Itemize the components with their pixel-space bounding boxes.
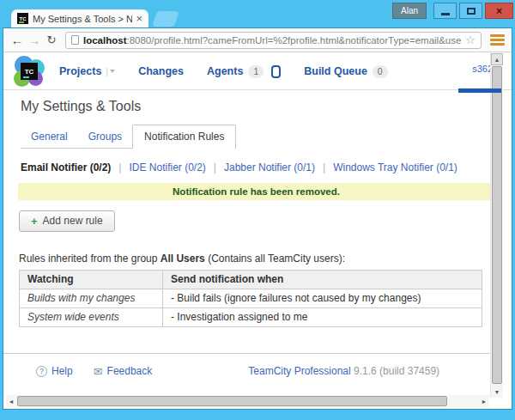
table-row: System wide events - Investigation assig… xyxy=(20,308,482,327)
scroll-left-icon[interactable]: ◄ xyxy=(6,395,16,407)
url-path: :8080/profile.html?cameFromUrl=%2fprofil… xyxy=(126,35,461,46)
teamcity-header: TC Projects | Changes Agents 1 Build Que… xyxy=(3,53,512,90)
back-icon[interactable]: ← xyxy=(9,33,26,46)
horizontal-scrollbar[interactable]: ◄ ► xyxy=(6,395,489,407)
version-text: 9.1.6 (build 37459) xyxy=(354,365,439,377)
url-host: localhost xyxy=(83,35,126,46)
feedback-link[interactable]: ✉ Feedback xyxy=(94,365,153,377)
table-row: Builds with my changes - Build fails (ig… xyxy=(20,289,482,308)
maximize-button[interactable] xyxy=(459,3,482,19)
header-accent-bar xyxy=(458,88,501,93)
page-viewport: TC Projects | Changes Agents 1 Build Que… xyxy=(3,53,512,409)
product-info: TeamCity Professional 9.1.6 (build 37459… xyxy=(248,365,439,377)
teamcity-logo[interactable]: TC xyxy=(14,56,45,87)
inherited-group-name: All Users xyxy=(161,253,205,265)
notifier-jabber[interactable]: Jabber Notifier (0/1) xyxy=(224,161,315,173)
settings-tabs: General Groups Notification Rules xyxy=(21,125,236,149)
user-badge[interactable]: Alan xyxy=(392,3,427,19)
tab-general[interactable]: General xyxy=(21,126,78,148)
product-link[interactable]: TeamCity Professional xyxy=(248,365,350,377)
main-nav: Projects | Changes Agents 1 Build Queue … xyxy=(59,65,411,78)
window: { "titlebar": { "user": "Alan" }, "icons… xyxy=(0,0,515,420)
column-watching: Watching xyxy=(20,271,163,289)
help-link[interactable]: ? Help xyxy=(36,365,73,377)
minimize-icon xyxy=(441,13,450,15)
column-send-when: Send notification when xyxy=(163,271,482,289)
menu-icon[interactable] xyxy=(490,34,505,46)
agent-screen-icon[interactable] xyxy=(271,65,281,78)
page-footer: ? Help ✉ Feedback TeamCity Professional … xyxy=(3,353,491,377)
rules-table: Watching Send notification when Builds w… xyxy=(19,270,482,327)
plus-icon: + xyxy=(31,216,38,227)
horizontal-scrollbar-thumb[interactable] xyxy=(17,396,447,406)
add-new-rule-button[interactable]: + Add new rule xyxy=(19,210,115,232)
close-icon: × xyxy=(496,6,502,16)
vertical-scrollbar-thumb[interactable] xyxy=(492,66,502,384)
scroll-right-icon[interactable]: ► xyxy=(479,395,489,407)
page-title: My Settings & Tools xyxy=(21,99,494,114)
nav-projects[interactable]: Projects xyxy=(59,65,101,77)
tab-notification-rules[interactable]: Notification Rules xyxy=(132,125,236,149)
notifier-tabs: Email Notifier (0/2) | IDE Notifier (0/2… xyxy=(21,161,494,173)
chevron-down-icon[interactable] xyxy=(110,70,115,73)
teamcity-logo-icon: TC xyxy=(21,63,38,80)
envelope-icon: ✉ xyxy=(94,366,103,377)
notifier-ide[interactable]: IDE Notifier (0/2) xyxy=(129,161,205,173)
notifier-email[interactable]: Email Notifier (0/2) xyxy=(21,161,111,173)
teamcity-favicon-icon: TC xyxy=(17,13,28,24)
success-message: Notification rule has been removed. xyxy=(18,183,494,200)
agents-count-badge: 1 xyxy=(248,65,264,78)
settings-page: My Settings & Tools General Groups Notif… xyxy=(3,90,512,327)
inherited-rules-text: Rules inherited from the group All Users… xyxy=(19,253,494,265)
browser-toolbar: ← → ↻ localhost:8080/profile.html?cameFr… xyxy=(3,28,512,52)
vertical-scrollbar[interactable]: ▲ ▼ xyxy=(490,53,503,398)
close-button[interactable]: × xyxy=(485,3,513,19)
browser-window: ← → ↻ localhost:8080/profile.html?cameFr… xyxy=(3,27,512,410)
bookmark-star-icon[interactable]: ☆ xyxy=(465,34,476,46)
address-bar[interactable]: localhost:8080/profile.html?cameFromUrl=… xyxy=(65,32,482,49)
add-new-rule-label: Add new rule xyxy=(43,215,103,227)
help-icon: ? xyxy=(36,366,47,377)
scroll-down-icon[interactable]: ▼ xyxy=(491,386,503,398)
nav-build-queue[interactable]: Build Queue xyxy=(304,65,367,77)
forward-icon[interactable]: → xyxy=(26,33,43,46)
window-controls: Alan × xyxy=(392,3,513,19)
tab-groups[interactable]: Groups xyxy=(78,126,132,148)
nav-agents[interactable]: Agents xyxy=(207,65,243,77)
minimize-button[interactable] xyxy=(433,3,457,19)
maximize-icon xyxy=(467,8,476,15)
scroll-up-icon[interactable]: ▲ xyxy=(491,53,503,65)
tab-title: My Settings & Tools > No xyxy=(33,14,132,24)
notifier-windows-tray[interactable]: Windows Tray Notifier (0/1) xyxy=(333,161,457,173)
reload-icon[interactable]: ↻ xyxy=(43,34,60,46)
browser-tab[interactable]: TC My Settings & Tools > No × xyxy=(11,9,148,27)
url-text[interactable]: localhost:8080/profile.html?cameFromUrl=… xyxy=(83,35,461,46)
page-icon xyxy=(71,35,79,45)
nav-separator: | xyxy=(106,66,108,76)
build-queue-count-badge: 0 xyxy=(373,65,388,78)
nav-changes[interactable]: Changes xyxy=(138,65,184,77)
tab-close-icon[interactable]: × xyxy=(136,13,142,24)
table-header-row: Watching Send notification when xyxy=(20,271,482,289)
